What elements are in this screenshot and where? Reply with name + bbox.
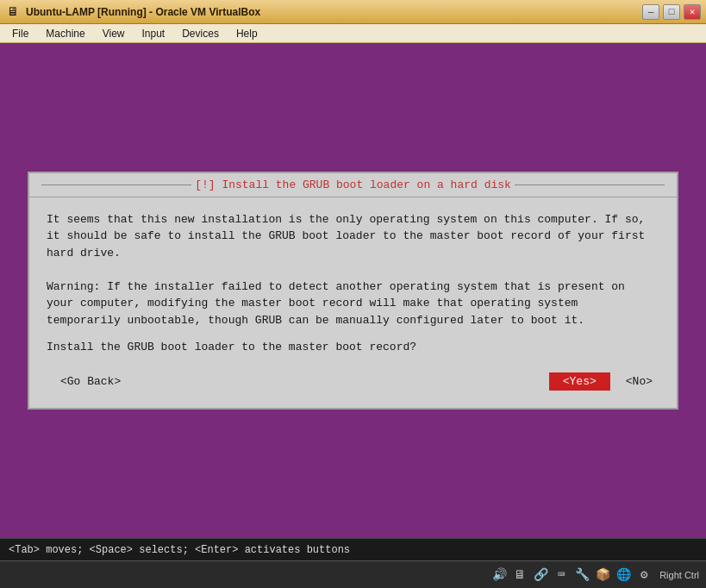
dialog-body: It seems that this new installation is t… [29, 197, 677, 409]
window-title: Ubuntu-LAMP [Running] - Oracle VM Virtua… [26, 6, 642, 18]
vm-display: [!] Install the GRUB boot loader on a ha… [0, 43, 706, 538]
dialog-title-line: [!] Install the GRUB boot loader on a ha… [38, 178, 668, 191]
menu-machine[interactable]: Machine [37, 26, 93, 41]
dialog-description: It seems that this new installation is t… [47, 211, 659, 329]
tray-icon-6[interactable]: 📦 [594, 566, 611, 584]
menubar: File Machine View Input Devices Help [0, 24, 706, 43]
tray-icon-7[interactable]: 🌐 [615, 566, 632, 584]
title-left-dash [41, 185, 191, 185]
right-ctrl-label: Right Ctrl [659, 570, 699, 580]
titlebar: 🖥 Ubuntu-LAMP [Running] - Oracle VM Virt… [0, 0, 706, 24]
minimize-button[interactable]: — [642, 4, 659, 20]
statusbar-text: <Tab> moves; <Space> selects; <Enter> ac… [9, 544, 697, 556]
dialog-titlebar: [!] Install the GRUB boot loader on a ha… [29, 173, 677, 197]
grub-install-dialog: [!] Install the GRUB boot loader on a ha… [28, 172, 678, 410]
yes-button[interactable]: <Yes> [549, 372, 610, 391]
window-controls[interactable]: — □ ✕ [642, 4, 701, 20]
tray-icon-4[interactable]: ⌨ [553, 566, 570, 584]
maximize-button[interactable]: □ [663, 4, 680, 20]
confirm-buttons: <Yes> <No> [549, 372, 659, 391]
statusbar: <Tab> moves; <Space> selects; <Enter> ac… [0, 538, 706, 560]
menu-input[interactable]: Input [134, 26, 174, 41]
menu-file[interactable]: File [3, 26, 37, 41]
app-icon: 🖥 [5, 4, 21, 20]
menu-help[interactable]: Help [228, 26, 266, 41]
tray-icon-8[interactable]: ⚙ [635, 566, 653, 584]
tray-icon-3[interactable]: 🔗 [532, 566, 549, 584]
dialog-title-text: [!] Install the GRUB boot loader on a ha… [195, 178, 511, 191]
close-button[interactable]: ✕ [684, 4, 701, 20]
title-right-dash [515, 185, 665, 185]
dialog-question: Install the GRUB boot loader to the mast… [47, 341, 659, 353]
menu-devices[interactable]: Devices [173, 26, 228, 41]
tray-icon-2[interactable]: 🖥 [511, 566, 528, 584]
go-back-button[interactable]: <Go Back> [47, 372, 134, 391]
taskbar: 🔊 🖥 🔗 ⌨ 🔧 📦 🌐 ⚙ Right Ctrl [0, 560, 706, 588]
menu-view[interactable]: View [94, 26, 134, 41]
tray-icon-5[interactable]: 🔧 [573, 566, 590, 584]
tray-icon-1[interactable]: 🔊 [490, 566, 508, 584]
dialog-buttons: <Go Back> <Yes> <No> [47, 369, 659, 394]
no-button[interactable]: <No> [619, 372, 659, 391]
